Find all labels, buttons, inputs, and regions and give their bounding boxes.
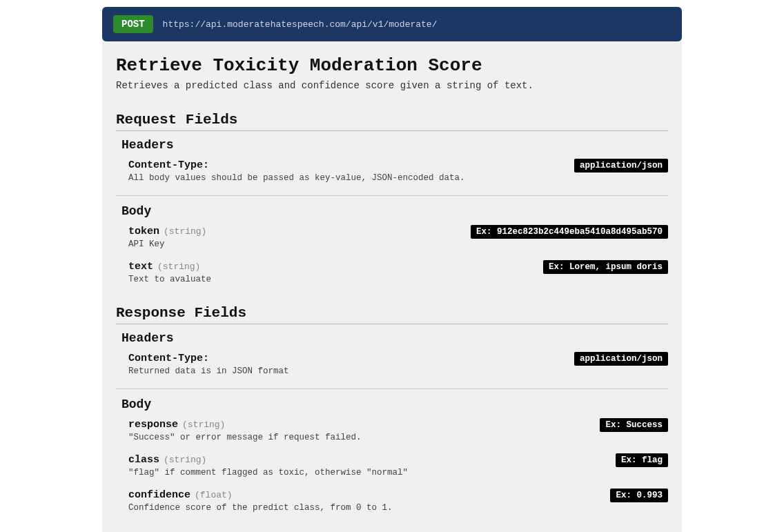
request-headers-group: Headers Content-Type: All body values sh… xyxy=(116,138,668,190)
field-type: (string) xyxy=(157,262,200,272)
field-desc: API Key xyxy=(128,239,457,249)
field-main: Content-Type: Returned data is in JSON f… xyxy=(128,352,668,376)
field-desc: Returned data is in JSON format xyxy=(128,366,560,376)
field-row: class(string) "flag" if comment flagged … xyxy=(116,449,668,484)
field-left: Content-Type: All body values should be … xyxy=(128,159,560,183)
field-desc: "flag" if comment flagged as toxic, othe… xyxy=(128,468,602,477)
field-left: class(string) "flag" if comment flagged … xyxy=(128,453,602,477)
field-name: token xyxy=(128,226,159,237)
field-name: response xyxy=(128,419,178,431)
field-row: Content-Type: Returned data is in JSON f… xyxy=(116,348,668,383)
field-name: Content-Type: xyxy=(128,353,209,364)
field-left: response(string) "Success" or error mess… xyxy=(128,418,586,442)
page-title: Retrieve Toxicity Moderation Score xyxy=(116,55,668,76)
field-row: Content-Type: All body values should be … xyxy=(116,155,668,190)
example-badge: Ex: Lorem, ipsum doris xyxy=(543,260,668,274)
field-type: (string) xyxy=(164,455,206,465)
body-heading: Body xyxy=(116,397,668,411)
api-doc-container: POST https://api.moderatehatespeech.com/… xyxy=(102,7,682,532)
field-main: text(string) Text to avaluate Ex: Lorem,… xyxy=(128,260,668,284)
field-type: (float) xyxy=(195,490,233,500)
field-row: confidence(float) Confidence score of th… xyxy=(116,484,668,520)
body-heading: Body xyxy=(116,204,668,218)
field-left: Content-Type: Returned data is in JSON f… xyxy=(128,352,560,376)
response-body-group: Body response(string) "Success" or error… xyxy=(116,397,668,520)
divider xyxy=(116,195,668,196)
field-desc: All body values should be passed as key-… xyxy=(128,173,560,183)
field-main: class(string) "flag" if comment flagged … xyxy=(128,453,668,477)
divider xyxy=(116,324,668,324)
field-left: text(string) Text to avaluate xyxy=(128,260,529,284)
endpoint-url: https://api.moderatehatespeech.com/api/v… xyxy=(163,19,438,30)
field-desc: Confidence score of the predict class, f… xyxy=(128,503,596,513)
request-heading: Request Fields xyxy=(116,112,668,128)
example-badge: application/json xyxy=(574,352,668,366)
field-type: (string) xyxy=(182,420,225,430)
headers-heading: Headers xyxy=(116,331,668,345)
field-left: token(string) API Key xyxy=(128,225,457,249)
content-area: Retrieve Toxicity Moderation Score Retri… xyxy=(102,41,682,532)
divider xyxy=(116,130,668,131)
field-name: confidence xyxy=(128,489,190,501)
page-subtitle: Retrieves a predicted class and confiden… xyxy=(116,80,668,91)
field-desc: "Success" or error message if request fa… xyxy=(128,433,586,442)
response-headers-group: Headers Content-Type: Returned data is i… xyxy=(116,331,668,383)
field-main: response(string) "Success" or error mess… xyxy=(128,418,668,442)
example-badge: Ex: Success xyxy=(600,418,668,432)
field-name: class xyxy=(128,454,159,466)
example-badge: Ex: 912ec823b2c449eba5410a8d495ab570 xyxy=(471,225,668,239)
field-main: Content-Type: All body values should be … xyxy=(128,159,668,183)
field-row: response(string) "Success" or error mess… xyxy=(116,414,668,449)
example-badge: application/json xyxy=(574,159,668,173)
field-row: token(string) API Key Ex: 912ec823b2c449… xyxy=(116,221,668,256)
endpoint-header: POST https://api.moderatehatespeech.com/… xyxy=(102,7,682,41)
divider xyxy=(116,388,668,389)
field-name: Content-Type: xyxy=(128,159,209,171)
field-main: confidence(float) Confidence score of th… xyxy=(128,489,668,513)
example-badge: Ex: 0.993 xyxy=(610,489,668,502)
field-main: token(string) API Key Ex: 912ec823b2c449… xyxy=(128,225,668,249)
field-left: confidence(float) Confidence score of th… xyxy=(128,489,596,513)
field-row: text(string) Text to avaluate Ex: Lorem,… xyxy=(116,256,668,291)
field-type: (string) xyxy=(164,226,206,237)
response-heading: Response Fields xyxy=(116,305,668,321)
field-name: text xyxy=(128,261,153,273)
field-desc: Text to avaluate xyxy=(128,275,529,284)
example-badge: Ex: flag xyxy=(616,453,668,467)
headers-heading: Headers xyxy=(116,138,668,152)
http-method-badge: POST xyxy=(113,15,153,33)
request-body-group: Body token(string) API Key Ex: 912ec823b… xyxy=(116,204,668,291)
